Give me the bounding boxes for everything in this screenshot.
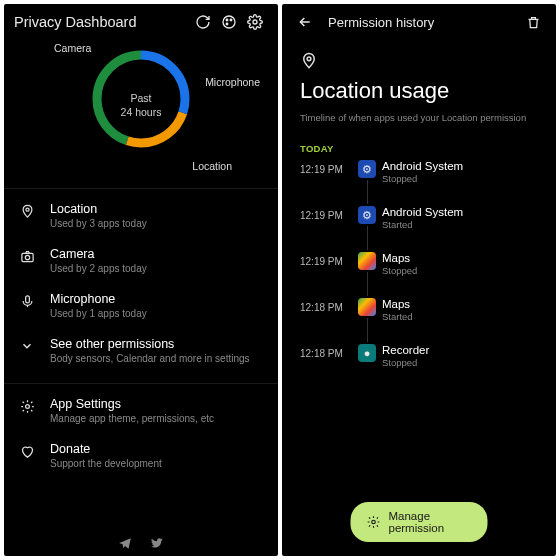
row-donate[interactable]: Donate Support the development (4, 433, 278, 478)
svg-rect-11 (25, 296, 29, 303)
telegram-icon[interactable] (118, 536, 132, 550)
app-icon: ⚙ (358, 206, 376, 224)
timeline-row[interactable]: 12:19 PM ⚙ Android SystemStopped (300, 160, 538, 206)
event-status: Stopped (382, 357, 429, 368)
event-time: 12:19 PM (300, 252, 352, 267)
back-icon[interactable] (292, 9, 318, 35)
app-icon: ● (358, 344, 376, 362)
row-title: See other permissions (50, 337, 250, 351)
manage-permission-button[interactable]: Manage permission (351, 502, 488, 542)
event-time: 12:19 PM (300, 206, 352, 221)
refresh-icon[interactable] (190, 9, 216, 35)
row-title: Camera (50, 247, 147, 261)
heading: Location usage (300, 78, 538, 104)
settings-icon[interactable] (242, 9, 268, 35)
timeline-row[interactable]: 12:18 PM MapsStarted (300, 298, 538, 344)
twitter-icon[interactable] (150, 536, 164, 550)
app-icon (358, 298, 376, 316)
row-location[interactable]: Location Used by 3 apps today (4, 193, 278, 238)
heading-sub: Timeline of when apps used your Location… (300, 112, 538, 123)
svg-point-12 (25, 405, 29, 409)
svg-rect-9 (21, 253, 32, 261)
timeline: 12:19 PM ⚙ Android SystemStopped 12:19 P… (282, 160, 556, 390)
delete-icon[interactable] (520, 9, 546, 35)
row-app-settings[interactable]: App Settings Manage app theme, permissio… (4, 388, 278, 433)
svg-point-1 (226, 19, 228, 21)
event-app: Android System (382, 206, 463, 218)
chart-label-camera: Camera (54, 42, 91, 54)
svg-point-13 (307, 57, 311, 61)
right-topbar: Permission history (282, 4, 556, 40)
gear-icon (18, 397, 36, 414)
event-status: Stopped (382, 265, 417, 276)
event-time: 12:18 PM (300, 344, 352, 359)
gear-icon (367, 515, 381, 529)
svg-point-4 (253, 20, 257, 24)
usage-donut: Past 24 hours Camera Microphone Location (4, 40, 278, 178)
event-app: Maps (382, 252, 417, 264)
event-app: Android System (382, 160, 463, 172)
svg-point-10 (25, 255, 29, 259)
location-pin-icon (300, 52, 538, 70)
event-app: Recorder (382, 344, 429, 356)
button-label: Manage permission (389, 510, 472, 534)
row-camera[interactable]: Camera Used by 2 apps today (4, 238, 278, 283)
svg-point-3 (226, 23, 228, 25)
row-other-permissions[interactable]: See other permissions Body sensors, Cale… (4, 328, 278, 373)
page-title: Permission history (328, 15, 510, 30)
event-status: Stopped (382, 173, 463, 184)
row-sub: Used by 1 apps today (50, 308, 147, 319)
row-title: Microphone (50, 292, 147, 306)
event-time: 12:18 PM (300, 298, 352, 313)
row-title: Donate (50, 442, 162, 456)
row-sub: Used by 2 apps today (50, 263, 147, 274)
svg-point-2 (230, 19, 232, 21)
camera-icon (18, 247, 36, 264)
svg-point-14 (372, 520, 376, 524)
today-label: TODAY (282, 133, 556, 160)
row-sub: Body sensors, Calendar and more in setti… (50, 353, 250, 364)
row-title: App Settings (50, 397, 214, 411)
event-status: Started (382, 311, 413, 322)
chevron-down-icon (18, 337, 36, 353)
location-icon (18, 202, 36, 219)
heart-icon (18, 442, 36, 459)
timeline-row[interactable]: 12:19 PM ⚙ Android SystemStarted (300, 206, 538, 252)
chart-center-line2: 24 hours (56, 106, 226, 120)
timeline-row[interactable]: 12:18 PM ● RecorderStopped (300, 344, 538, 390)
page-title: Privacy Dashboard (14, 14, 190, 30)
chart-label-microphone: Microphone (205, 76, 260, 88)
row-sub: Used by 3 apps today (50, 218, 147, 229)
app-icon (358, 252, 376, 270)
app-icon: ⚙ (358, 160, 376, 178)
row-sub: Support the development (50, 458, 162, 469)
microphone-icon (18, 292, 36, 309)
timeline-row[interactable]: 12:19 PM MapsStopped (300, 252, 538, 298)
left-topbar: Privacy Dashboard (4, 4, 278, 40)
event-app: Maps (382, 298, 413, 310)
svg-point-0 (223, 16, 235, 28)
privacy-dashboard-panel: Privacy Dashboard Past 24 hours Camera M… (4, 4, 278, 556)
event-time: 12:19 PM (300, 160, 352, 175)
row-microphone[interactable]: Microphone Used by 1 apps today (4, 283, 278, 328)
row-title: Location (50, 202, 147, 216)
svg-point-8 (25, 208, 28, 211)
row-sub: Manage app theme, permissions, etc (50, 413, 214, 424)
palette-icon[interactable] (216, 9, 242, 35)
header-block: Location usage Timeline of when apps use… (282, 40, 556, 133)
permission-history-panel: Permission history Location usage Timeli… (282, 4, 556, 556)
chart-label-location: Location (192, 160, 232, 172)
divider (4, 383, 278, 384)
chart-center-line1: Past (56, 92, 226, 106)
event-status: Started (382, 219, 463, 230)
bottom-social (4, 536, 278, 550)
divider (4, 188, 278, 189)
